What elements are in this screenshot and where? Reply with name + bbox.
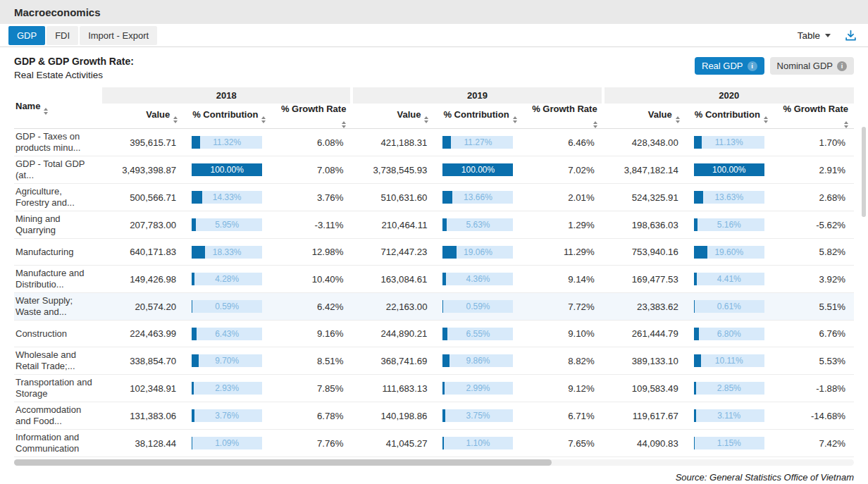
- real-gdp-toggle[interactable]: Real GDP i: [695, 57, 764, 75]
- contribution-cell: 10.11%: [686, 347, 774, 375]
- download-button[interactable]: [845, 30, 857, 42]
- horizontal-scrollbar[interactable]: [14, 459, 552, 466]
- table-row[interactable]: Manufacturing640,171.8318.33%12.98%712,4…: [14, 239, 854, 266]
- row-name: Information and Communication: [14, 430, 101, 457]
- contribution-bar-track: 0.59%: [442, 300, 513, 313]
- contribution-bar-track: 9.86%: [442, 354, 513, 367]
- contribution-label: 0.59%: [192, 300, 262, 313]
- growth-rate-cell: 5.51%: [774, 293, 854, 321]
- value-cell: 389,133.10: [603, 347, 686, 375]
- vertical-scrollbar[interactable]: [862, 127, 866, 217]
- value-cell: 109,583.49: [603, 375, 686, 402]
- contribution-bar-track: 3.75%: [442, 409, 513, 422]
- table-row[interactable]: Construction224,463.996.43%9.16%244,890.…: [14, 321, 854, 347]
- column-header-name[interactable]: Name: [14, 87, 101, 129]
- contribution-cell: 5.63%: [434, 211, 522, 239]
- table-row[interactable]: Agriculture, Forestry and...500,566.7114…: [14, 184, 854, 211]
- value-cell: 140,198.86: [352, 402, 434, 430]
- growth-rate-cell: -14.68%: [774, 402, 854, 430]
- growth-rate-cell: 12.98%: [271, 239, 352, 266]
- contribution-bar-track: 1.15%: [694, 437, 764, 449]
- growth-rate-cell: 7.42%: [774, 430, 854, 457]
- column-header-contribution[interactable]: % Contribution: [183, 104, 271, 129]
- chevron-down-icon: [825, 34, 831, 37]
- sort-icon: [342, 121, 346, 128]
- column-header-label: Value: [146, 109, 170, 120]
- value-cell: 22,163.00: [352, 293, 434, 321]
- column-header-label: % Contribution: [695, 109, 760, 120]
- table-row[interactable]: Information and Communication38,128.441.…: [14, 430, 854, 457]
- contribution-bar-track: 9.70%: [192, 354, 262, 367]
- contribution-bar-track: 11.32%: [192, 136, 262, 149]
- growth-rate-cell: 7.02%: [523, 156, 603, 184]
- contribution-bar-track: 3.76%: [192, 409, 262, 422]
- column-header-contribution[interactable]: % Contribution: [434, 104, 522, 129]
- contribution-label: 2.85%: [694, 382, 764, 395]
- column-header-value[interactable]: Value: [101, 104, 183, 129]
- contribution-cell: 2.85%: [686, 375, 774, 402]
- contribution-cell: 0.61%: [686, 293, 774, 321]
- contribution-label: 10.11%: [694, 354, 764, 367]
- column-header-growth-rate[interactable]: % Growth Rate: [774, 104, 854, 129]
- tab-fdi[interactable]: FDI: [46, 26, 78, 45]
- contribution-label: 100.00%: [192, 163, 262, 176]
- growth-rate-cell: 9.14%: [523, 266, 603, 293]
- table-row[interactable]: Water Supply; Waste and...20,574.200.59%…: [14, 293, 854, 321]
- column-header-label: % Contribution: [443, 109, 509, 120]
- nominal-gdp-toggle[interactable]: Nominal GDP i: [770, 57, 854, 75]
- contribution-cell: 5.16%: [686, 211, 774, 239]
- growth-rate-cell: 6.78%: [271, 402, 352, 430]
- growth-rate-cell: 8.51%: [271, 347, 352, 375]
- column-header-label: % Growth Rate: [532, 104, 597, 114]
- contribution-cell: 2.99%: [434, 375, 522, 402]
- column-header-growth-rate[interactable]: % Growth Rate: [523, 104, 603, 129]
- page-title: Macroeconomics: [14, 6, 101, 18]
- tab-gdp[interactable]: GDP: [8, 26, 45, 45]
- value-cell: 338,854.70: [101, 347, 183, 375]
- table-row[interactable]: Mining and Quarrying207,783.005.95%-3.11…: [14, 211, 854, 239]
- column-header-label: % Growth Rate: [783, 104, 848, 114]
- value-cell: 169,477.53: [603, 266, 686, 293]
- contribution-label: 0.59%: [442, 300, 513, 313]
- table-row[interactable]: Manufacture and Distributio...149,426.98…: [14, 266, 854, 293]
- sort-icon: [261, 116, 266, 123]
- contribution-cell: 3.11%: [686, 402, 774, 430]
- contribution-label: 9.70%: [192, 354, 262, 367]
- contribution-label: 5.16%: [694, 218, 764, 231]
- contribution-bar-track: 100.00%: [694, 163, 764, 176]
- view-mode-dropdown[interactable]: Table: [798, 30, 831, 41]
- value-cell: 524,325.91: [603, 184, 686, 211]
- main-content: GDP & GDP Growth Rate: Real Estate Activ…: [0, 47, 868, 483]
- row-name: Agriculture, Forestry and...: [14, 184, 101, 211]
- nominal-gdp-label: Nominal GDP: [777, 61, 833, 71]
- contribution-cell: 4.28%: [183, 266, 271, 293]
- row-name: Wholesale and Retail Trade;...: [14, 347, 101, 375]
- data-table: Name201820192020Value% Contribution% Gro…: [14, 87, 854, 466]
- table-body: GDP - Taxes on products minu...395,615.7…: [14, 129, 854, 457]
- table-row[interactable]: Transportation and Storage102,348.912.93…: [14, 375, 854, 402]
- table-row[interactable]: Wholesale and Retail Trade;...338,854.70…: [14, 347, 854, 375]
- value-cell: 210,464.11: [352, 211, 434, 239]
- row-name: Mining and Quarrying: [14, 211, 101, 239]
- column-header-growth-rate[interactable]: % Growth Rate: [271, 104, 352, 129]
- horizontal-scrollbar-track[interactable]: [14, 459, 854, 466]
- column-header-contribution[interactable]: % Contribution: [686, 104, 774, 129]
- tab-import-export[interactable]: Import - Export: [80, 26, 157, 45]
- contribution-cell: 1.15%: [686, 430, 774, 457]
- value-cell: 510,631.60: [352, 184, 434, 211]
- value-cell: 102,348.91: [101, 375, 183, 402]
- value-cell: 3,847,182.14: [603, 156, 686, 184]
- contribution-cell: 3.76%: [183, 402, 271, 430]
- table-row[interactable]: GDP - Taxes on products minu...395,615.7…: [14, 129, 854, 156]
- contribution-label: 4.28%: [192, 273, 262, 285]
- sort-icon: [676, 116, 680, 123]
- column-header-value[interactable]: Value: [603, 104, 686, 129]
- table-row[interactable]: Accommodation and Food...131,383.063.76%…: [14, 402, 854, 430]
- row-name: Water Supply; Waste and...: [14, 293, 101, 321]
- contribution-cell: 6.55%: [434, 321, 522, 347]
- contribution-cell: 3.75%: [434, 402, 522, 430]
- contribution-label: 6.80%: [694, 328, 764, 340]
- column-header-value[interactable]: Value: [352, 104, 434, 129]
- table-row[interactable]: GDP - Total GDP (at...3,493,398.87100.00…: [14, 156, 854, 184]
- contribution-bar-track: 13.66%: [442, 191, 513, 204]
